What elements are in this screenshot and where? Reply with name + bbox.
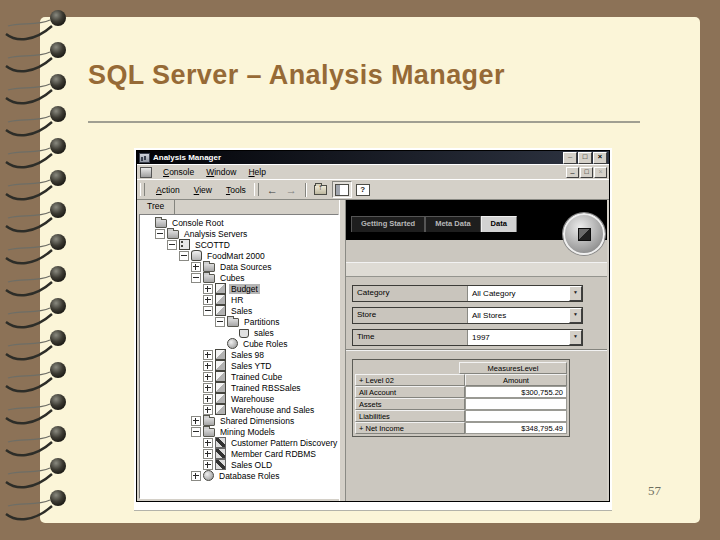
menu-action[interactable]: Action: [149, 183, 187, 197]
window-titlebar[interactable]: Analysis Manager _ □ ×: [137, 151, 609, 164]
time-combobox[interactable]: 1997 ▼: [468, 330, 582, 345]
expand-icon[interactable]: [203, 350, 213, 360]
tree-item[interactable]: Cube Roles: [140, 338, 338, 349]
expand-icon[interactable]: [191, 262, 201, 272]
close-button[interactable]: ×: [593, 152, 607, 164]
expander-icon: [227, 328, 237, 338]
expand-icon[interactable]: [203, 405, 213, 415]
mdi-close-button[interactable]: ×: [594, 167, 607, 178]
server-icon: [179, 239, 190, 250]
data-tab-content: Category All Category ▼ Store All Stores…: [346, 240, 607, 501]
row-header[interactable]: + Net Income: [355, 422, 465, 434]
page-number: 57: [648, 483, 661, 499]
tree-item[interactable]: Database Roles: [140, 470, 338, 481]
collapse-icon[interactable]: [155, 229, 165, 239]
tab-data[interactable]: Data: [481, 216, 517, 232]
toolbar-grip[interactable]: [254, 183, 259, 196]
tree-item[interactable]: Warehouse and Sales: [140, 404, 338, 415]
tree-item[interactable]: Sales YTD: [140, 360, 338, 371]
console-tree-icon: [335, 184, 349, 196]
toolbar: Action View Tools ← → ?: [137, 179, 609, 200]
chevron-down-icon[interactable]: ▼: [569, 330, 582, 345]
expand-icon[interactable]: [203, 449, 213, 459]
filter-label: Category: [353, 286, 468, 301]
tree-item[interactable]: Trained RBSSales: [140, 382, 338, 393]
roles-icon: [227, 338, 238, 349]
collapse-icon[interactable]: [203, 306, 213, 316]
tree-item[interactable]: Data Sources: [140, 261, 338, 272]
tab-tree[interactable]: Tree: [141, 200, 175, 214]
up-one-level-button[interactable]: [312, 182, 330, 197]
tab-getting-started[interactable]: Getting Started: [351, 216, 425, 232]
maximize-button[interactable]: □: [578, 152, 592, 164]
mining-model-icon: [215, 437, 226, 448]
tree-item[interactable]: Analysis Servers: [140, 228, 338, 239]
store-combobox[interactable]: All Stores ▼: [468, 308, 582, 323]
row-header[interactable]: Assets: [355, 398, 465, 410]
mdi-minimize-button[interactable]: _: [566, 167, 579, 178]
expand-icon[interactable]: [191, 471, 201, 481]
collapse-icon[interactable]: [191, 273, 201, 283]
forward-arrow-icon[interactable]: →: [282, 183, 301, 197]
expand-icon[interactable]: [203, 394, 213, 404]
tree-tabstrip: Tree: [137, 200, 339, 214]
collapse-icon[interactable]: [179, 251, 189, 261]
collapse-icon[interactable]: [215, 317, 225, 327]
tab-meta-data[interactable]: Meta Data: [425, 216, 480, 232]
tree-item-label: HR: [229, 295, 245, 305]
tree-item[interactable]: Member Card RDBMS: [140, 448, 338, 459]
tree-item[interactable]: Shared Dimensions: [140, 415, 338, 426]
expand-icon[interactable]: [203, 460, 213, 470]
title-divider: [88, 121, 640, 123]
expand-icon[interactable]: [203, 438, 213, 448]
menu-view[interactable]: View: [187, 183, 219, 197]
expand-icon[interactable]: [203, 295, 213, 305]
tree-item[interactable]: HR: [140, 294, 338, 305]
pane-splitter[interactable]: [339, 200, 346, 501]
chevron-down-icon[interactable]: ▼: [569, 308, 582, 323]
menu-help[interactable]: Help: [242, 166, 271, 178]
tree-item[interactable]: Trained Cube: [140, 371, 338, 382]
pane-divider: [346, 349, 607, 351]
expand-icon[interactable]: [203, 372, 213, 382]
show-console-tree-button[interactable]: [332, 181, 352, 198]
mdi-restore-button[interactable]: □: [580, 167, 593, 178]
tree-item[interactable]: Console Root: [140, 217, 338, 228]
cube-icon: [215, 349, 226, 360]
collapse-icon[interactable]: [191, 427, 201, 437]
measures-level-header[interactable]: MeasuresLevel: [459, 362, 567, 374]
tree-item[interactable]: sales: [140, 327, 338, 338]
level-header[interactable]: + Level 02: [355, 374, 465, 386]
tree-item[interactable]: Warehouse: [140, 393, 338, 404]
amount-column-header[interactable]: Amount: [465, 374, 567, 386]
tree-item[interactable]: Partitions: [140, 316, 338, 327]
tree-item[interactable]: SCOTTD: [140, 239, 338, 250]
row-header[interactable]: All Account: [355, 386, 465, 398]
tree-item-selected[interactable]: Budget: [140, 283, 338, 294]
expand-icon[interactable]: [203, 361, 213, 371]
tree-item[interactable]: Sales: [140, 305, 338, 316]
tree-item[interactable]: Sales 98: [140, 349, 338, 360]
minimize-button[interactable]: _: [563, 152, 577, 164]
menu-console[interactable]: Console: [157, 166, 200, 178]
tree-item[interactable]: FoodMart 2000: [140, 250, 338, 261]
tree-item[interactable]: Sales OLD: [140, 459, 338, 470]
row-header[interactable]: Liabilities: [355, 410, 465, 422]
expand-icon[interactable]: [203, 284, 213, 294]
toolbar-grip[interactable]: [140, 183, 145, 196]
expand-icon[interactable]: [203, 383, 213, 393]
expand-icon[interactable]: [191, 416, 201, 426]
help-button[interactable]: ?: [354, 182, 372, 197]
tree-item[interactable]: Mining Models: [140, 426, 338, 437]
category-combobox[interactable]: All Category ▼: [468, 286, 582, 301]
folder-icon: [155, 219, 167, 228]
menu-window[interactable]: Window: [200, 166, 242, 178]
tree-item[interactable]: Customer Pattern Discovery: [140, 437, 338, 448]
tree-item[interactable]: Cubes: [140, 272, 338, 283]
console-tree[interactable]: Console Root Analysis Servers SCOTTD Foo…: [139, 214, 339, 499]
cube-icon: [215, 393, 226, 404]
menu-tools[interactable]: Tools: [219, 183, 253, 197]
chevron-down-icon[interactable]: ▼: [569, 286, 582, 301]
back-arrow-icon[interactable]: ←: [263, 183, 282, 197]
collapse-icon[interactable]: [167, 240, 177, 250]
